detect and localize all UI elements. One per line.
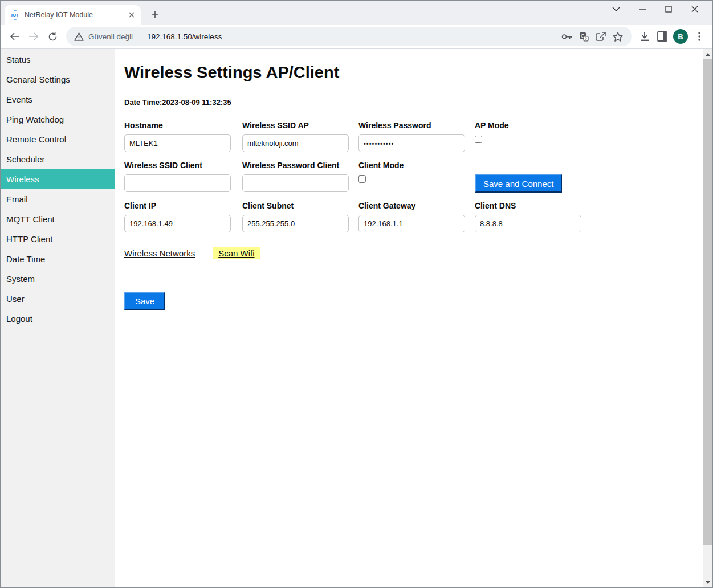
wireless-settings-form: Hostname Wireless SSID AP Wireless Passw… [124,121,703,232]
sidebar-item-date-time[interactable]: Date Time [1,249,115,269]
wireless-password-field-group: Wireless Password [358,121,475,152]
profile-avatar[interactable]: B [673,29,688,44]
client-ip-field-group: Client IP [124,201,242,232]
tab-title: NetRelay IOT Module [25,11,127,19]
ap-mode-label: AP Mode [475,121,617,130]
client-mode-checkbox[interactable] [358,175,366,183]
sidebar-nav: Status Genaral Settings Events Ping Watc… [1,49,115,588]
translate-icon[interactable]: G文 [575,28,592,45]
page-scrollbar[interactable] [703,49,712,588]
password-client-field-group: Wireless Password Client [242,161,358,193]
window-controls [603,1,708,18]
client-dns-input[interactable] [475,215,581,232]
password-key-icon[interactable] [558,28,575,45]
client-dns-field-group: Client DNS [475,201,617,232]
client-subnet-input[interactable] [242,215,349,232]
scrollbar-up-icon[interactable] [703,50,712,59]
sidebar-item-email[interactable]: Email [1,189,115,209]
sidebar-item-http-client[interactable]: HTTP Client [1,229,115,249]
tab-strip: IOT NetRelay IOT Module [1,1,712,24]
bookmark-star-icon[interactable] [609,28,626,45]
page-title: Wireless Settings AP/Client [124,63,703,82]
side-panel-icon[interactable] [653,28,671,46]
wireless-password-input[interactable] [358,134,465,152]
links-row: Wireless Networks Scan Wifi [124,247,703,259]
sidebar-item-general-settings[interactable]: Genaral Settings [1,70,115,89]
save-connect-group: Save and Connect [475,161,617,193]
back-icon[interactable] [6,28,23,45]
sidebar-item-events[interactable]: Events [1,89,115,109]
hostname-field-group: Hostname [124,121,242,152]
sidebar-item-scheduler[interactable]: Scheduler [1,149,115,169]
hostname-input[interactable] [124,134,231,152]
save-row: Save [124,292,703,310]
reload-icon[interactable] [44,28,61,45]
minimize-button[interactable] [629,1,655,18]
password-client-input[interactable] [242,174,349,192]
tab-close-icon[interactable] [127,10,136,20]
wireless-password-label: Wireless Password [358,121,475,130]
client-mode-field-group: Client Mode [358,161,475,193]
ap-mode-checkbox[interactable] [475,136,482,143]
scrollbar-thumb[interactable] [703,59,712,545]
forward-icon[interactable] [25,28,42,45]
ssid-client-label: Wireless SSID Client [124,161,242,170]
wireless-networks-link[interactable]: Wireless Networks [124,248,195,258]
client-mode-label: Client Mode [358,161,475,170]
scrollbar-down-icon[interactable] [703,578,712,587]
ssid-ap-input[interactable] [242,134,349,152]
sidebar-item-system[interactable]: System [1,269,115,289]
site-favicon-icon: IOT [10,10,20,20]
svg-text:文: 文 [584,36,588,40]
not-secure-warning-icon[interactable] [74,32,84,41]
address-bar[interactable]: Güvenli değil 192.168.1.50/wireless G文 [66,27,632,46]
sidebar-item-mqtt-client[interactable]: MQTT Client [1,209,115,229]
sidebar-item-ping-watchdog[interactable]: Ping Watchdog [1,109,115,129]
client-ip-label: Client IP [124,201,242,210]
ssid-client-field-group: Wireless SSID Client [124,161,242,193]
close-window-button[interactable] [682,1,708,18]
save-button[interactable]: Save [124,292,165,310]
sidebar-item-logout[interactable]: Logout [1,309,115,329]
download-icon[interactable] [635,28,653,46]
client-dns-label: Client DNS [475,201,617,210]
client-subnet-label: Client Subnet [242,201,358,210]
toolbar-right-cluster: B [635,28,708,46]
ssid-ap-label: Wireless SSID AP [242,121,358,130]
client-ip-input[interactable] [124,215,231,232]
browser-toolbar: Güvenli değil 192.168.1.50/wireless G文 [1,24,712,49]
maximize-button[interactable] [655,1,682,18]
ssid-ap-field-group: Wireless SSID AP [242,121,358,152]
datetime-text: Date Time:2023-08-09 11:32:35 [124,98,703,107]
security-label[interactable]: Güvenli değil [88,32,133,41]
hostname-label: Hostname [124,121,242,130]
ssid-client-input[interactable] [124,174,231,192]
ap-mode-field-group: AP Mode [475,121,617,152]
client-gateway-label: Client Gateway [358,201,475,210]
new-tab-button[interactable] [148,7,162,22]
scan-wifi-link[interactable]: Scan Wifi [213,247,260,259]
sidebar-item-status[interactable]: Status [1,50,115,70]
sidebar-item-remote-control[interactable]: Remote Control [1,129,115,149]
menu-dots-icon[interactable] [690,28,708,46]
password-client-label: Wireless Password Client [242,161,358,170]
client-gateway-field-group: Client Gateway [358,201,475,232]
client-gateway-input[interactable] [358,215,465,232]
client-subnet-field-group: Client Subnet [242,201,358,232]
share-icon[interactable] [592,28,609,45]
omnibox-divider [140,32,140,42]
main-content: Wireless Settings AP/Client Date Time:20… [115,49,703,588]
chevron-down-icon[interactable] [603,1,629,18]
sidebar-item-wireless[interactable]: Wireless [1,169,115,189]
browser-window: IOT NetRelay IOT Module [0,0,713,588]
sidebar-item-user[interactable]: User [1,289,115,309]
browser-tab[interactable]: IOT NetRelay IOT Module [5,5,141,24]
url-text[interactable]: 192.168.1.50/wireless [147,32,558,41]
save-and-connect-button[interactable]: Save and Connect [475,174,562,193]
